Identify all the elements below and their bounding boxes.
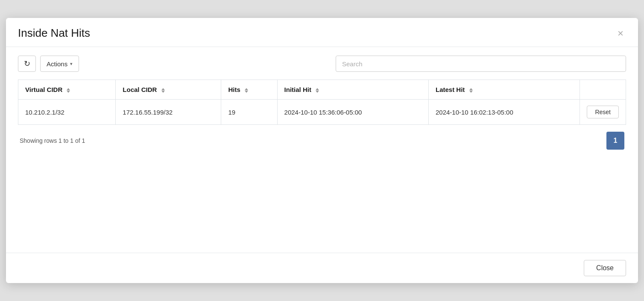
col-latest-hit: Latest Hit [428,80,580,100]
refresh-button[interactable]: ↻ [18,56,36,72]
sort-icon-latest-hit[interactable] [469,88,473,93]
col-local-cidr: Local CIDR [116,80,221,100]
rows-info: Showing rows 1 to 1 of 1 [20,137,85,144]
page-1-button[interactable]: 1 [606,132,624,150]
cell-local-cidr: 172.16.55.199/32 [116,100,221,125]
sort-icon-hits[interactable] [245,88,248,93]
cell-latest-hit: 2024-10-10 16:02:13-05:00 [428,100,580,125]
chevron-down-icon: ▾ [70,61,73,67]
pagination: 1 [606,132,624,150]
close-modal-button[interactable]: Close [584,260,626,276]
col-initial-hit: Initial Hit [277,80,428,100]
modal: Inside Nat Hits × ↻ Actions ▾ [6,18,638,283]
table-footer: Showing rows 1 to 1 of 1 1 [18,125,626,153]
modal-footer: Close [6,253,638,283]
modal-title: Inside Nat Hits [18,27,90,40]
close-icon[interactable]: × [615,27,626,39]
modal-header: Inside Nat Hits × [6,18,638,47]
table-row: 10.210.2.1/32 172.16.55.199/32 19 2024-1… [18,100,626,125]
cell-hits: 19 [221,100,277,125]
modal-overlay: Inside Nat Hits × ↻ Actions ▾ [0,0,644,301]
modal-body: ↻ Actions ▾ Virtual CIDR [6,47,638,253]
cell-initial-hit: 2024-10-10 15:36:06-05:00 [277,100,428,125]
actions-label: Actions [47,60,67,68]
reset-button[interactable]: Reset [587,106,619,118]
col-hits: Hits [221,80,277,100]
search-wrapper [336,56,626,72]
toolbar: ↻ Actions ▾ [18,56,626,72]
actions-button[interactable]: Actions ▾ [40,56,79,72]
col-virtual-cidr: Virtual CIDR [18,80,116,100]
sort-icon-initial-hit[interactable] [316,88,319,93]
col-action [580,80,626,100]
data-table: Virtual CIDR Local CIDR [18,80,626,125]
sort-icon-local-cidr[interactable] [161,88,165,93]
cell-virtual-cidr: 10.210.2.1/32 [18,100,116,125]
table-header-row: Virtual CIDR Local CIDR [18,80,626,100]
search-input[interactable] [336,56,626,72]
sort-icon-virtual-cidr[interactable] [67,88,70,93]
cell-action: Reset [580,100,626,125]
